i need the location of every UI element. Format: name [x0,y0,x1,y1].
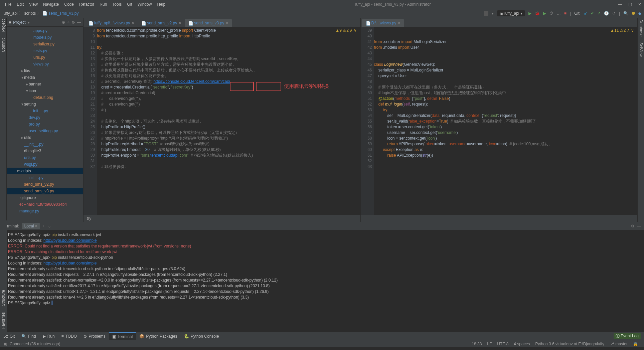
menu-run[interactable]: Run [97,1,109,8]
toolwindow-python-packages[interactable]: 📦Python Packages [136,332,180,340]
tree-item[interactable]: wsgi.py [7,161,83,168]
tree-item[interactable]: urls.py [7,54,83,61]
tree-item[interactable]: apps.py [7,27,83,34]
tree-item[interactable]: user_settings.py [7,128,83,134]
right-code-area[interactable]: from .serializer import MulLoginSerializ… [374,27,638,215]
left-code-area[interactable]: from tencentcloud.common.profile.client_… [97,27,360,215]
user-icon[interactable] [484,11,488,16]
stop-icon[interactable]: ■ [564,11,567,16]
tree-item[interactable]: send_sms_v3.py [7,188,83,194]
toolwin-toggle-icon[interactable]: ▣ [3,342,7,346]
maximize-icon[interactable]: ▢ [628,2,632,7]
status-branch[interactable]: ⎇ master [607,342,630,346]
menu-navigate[interactable]: Navigate [41,1,61,8]
attach-icon[interactable]: … [557,11,561,16]
tree-item[interactable]: et --hard 41f8fd9609034b4 [7,201,83,208]
git-history-icon[interactable]: 🕘 [604,11,609,16]
toolwindow-terminal[interactable]: ▣Terminal [109,332,136,340]
editor-tab[interactable]: 📄send_sms_v3.py× [185,19,232,27]
menu-window[interactable]: Window [135,1,154,8]
terminal-gear-icon[interactable]: ⚙ [631,224,635,228]
tree-item[interactable]: views.py [7,61,83,67]
tree-item[interactable]: serializer.py [7,41,83,47]
tree-item[interactable]: __init__.py [7,174,83,181]
profile-icon[interactable]: ⏱ [549,11,553,16]
status-lock-icon[interactable]: 🔒 [630,342,641,346]
tree-item[interactable]: .gitignore [7,194,83,201]
tree-item[interactable]: ▾scripts [7,168,83,174]
tree-item[interactable]: db.sqlite3 [7,148,83,154]
tree-item[interactable]: urls.py [7,154,83,161]
toolstrip-favorites[interactable]: Favorites [1,312,6,329]
toolstrip-project[interactable]: Project [1,19,6,32]
tree-item[interactable]: ▸banner [7,81,83,88]
crumb-2[interactable]: 📄 send_sms_v3.py [42,11,78,16]
toolstrip-structure[interactable]: Structure [1,290,6,306]
menu-help[interactable]: Help [155,1,168,8]
tree-item[interactable]: __init__.py [7,141,83,148]
menu-git[interactable]: Git [125,1,134,8]
dropdown-icon[interactable]: ⌄ [48,224,51,228]
status-caret-pos[interactable]: 18:38 [469,342,484,346]
expand-all-icon[interactable]: ÷ [67,20,69,25]
new-tab-icon[interactable]: + [43,224,45,228]
codewithme-icon[interactable]: ◆ [638,11,641,16]
tree-item[interactable]: dev.py [7,114,83,121]
terminal-hide-icon[interactable]: — [637,224,641,228]
tree-item[interactable]: ▸utils [7,134,83,141]
tree-item[interactable]: ▾media [7,74,83,81]
menu-edit[interactable]: Edit [14,1,26,8]
tree-item[interactable]: ▸libs [7,67,83,74]
tree-item[interactable]: models.py [7,34,83,41]
editor-tab[interactable]: 📄luffy_api\...\views.py× [85,19,138,27]
left-breadcrumb[interactable]: try [84,215,360,222]
tree-item[interactable]: manage.py [7,208,83,214]
toolstrip-commit[interactable]: Commit [1,38,6,52]
toolwindow-git[interactable]: ⎇Git [0,332,18,340]
tree-item[interactable]: default.png [7,94,83,101]
status-encoding[interactable]: UTF-8 [494,342,511,346]
git-commit-icon[interactable]: ✔ [591,11,594,16]
run-config-select[interactable]: ▣ luffy_api ▾ [497,10,525,16]
crumb-1[interactable]: scripts [24,11,36,16]
tree-item[interactable]: ▾setting [7,101,83,108]
editor-tab[interactable]: 📄D:\...\views.py× [362,19,404,27]
status-indent[interactable]: 4 spaces [511,342,532,346]
git-rollback-icon[interactable]: ↺ [612,11,616,16]
gear-icon[interactable]: ⚙ [71,20,75,25]
minimize-icon[interactable]: — [618,2,622,7]
terminal-output[interactable]: PS E:\Django\luffy_api> pip install rest… [7,230,644,332]
status-interpreter[interactable]: Python 3.6 virtualenv at E:\Django\luffy [532,342,607,346]
toolstrip-sciview[interactable]: SciView [639,42,643,56]
menu-refactor[interactable]: Refactor [77,1,97,8]
git-update-icon[interactable]: ↙ [584,11,587,16]
crumb-0[interactable]: luffy_api [3,11,17,16]
toolwindow-todo[interactable]: ≡TODO [58,332,80,340]
ide-settings-icon[interactable]: ⬢ [632,11,635,16]
tree-item[interactable]: ▾icon [7,88,83,94]
tree-item[interactable]: pro.py [7,121,83,128]
coverage-icon[interactable]: ▶ [543,11,546,16]
toolwindow-python-console[interactable]: 🐍Python Console [181,332,222,340]
run-icon[interactable]: ▶ [528,11,531,16]
debug-icon[interactable]: 🐞 [535,11,540,16]
tree-item[interactable]: tests.py [7,47,83,54]
right-breadcrumb[interactable] [361,215,638,222]
menu-file[interactable]: File [3,1,14,8]
hide-icon[interactable]: — [77,20,81,25]
toolwindow-run[interactable]: ▶Run [39,332,58,340]
status-line-sep[interactable]: LF [484,342,494,346]
right-inspections[interactable]: ▲11 ⚠2 ∧ ∨ [610,28,634,33]
editor-tab[interactable]: 📄send_sms_v2.py× [138,19,185,27]
left-inspections[interactable]: ▲9 ⚠2 ∧ ∨ [335,28,357,33]
close-icon[interactable]: ✕ [638,2,641,7]
toolwindow-problems[interactable]: ⊘Problems [80,332,109,340]
git-push-icon[interactable]: ↗ [597,11,601,16]
terminal-tab[interactable]: Local × [22,223,40,229]
event-log-button[interactable]: ⓘ Event Log [610,332,644,340]
menu-tools[interactable]: Tools [110,1,124,8]
select-opened-icon[interactable]: ⊕ [62,20,65,25]
toolstrip-database[interactable]: Database [639,19,643,36]
menu-view[interactable]: View [27,1,40,8]
tree-item[interactable]: __init__.py [7,108,83,114]
